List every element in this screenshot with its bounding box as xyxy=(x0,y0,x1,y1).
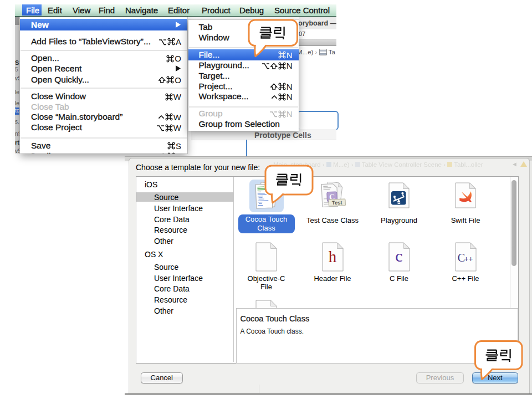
svg-text:c: c xyxy=(395,247,402,265)
svg-text:++: ++ xyxy=(464,255,473,263)
svg-text:Test: Test xyxy=(332,200,343,206)
svg-text:h: h xyxy=(329,248,337,265)
